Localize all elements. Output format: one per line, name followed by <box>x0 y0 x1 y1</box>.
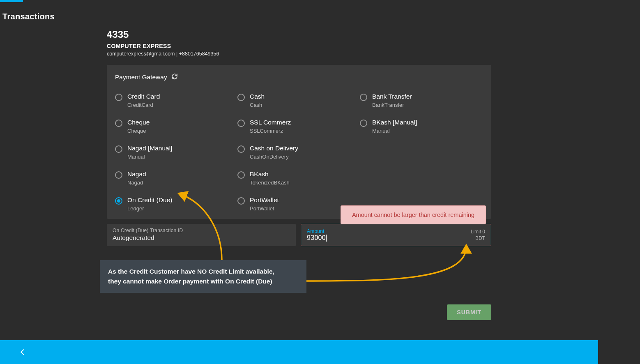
payment-option-label: PortWallet <box>250 196 279 204</box>
annotation-line-1: As the Credit Customer have NO Credit Li… <box>108 267 298 276</box>
radio-icon <box>237 171 245 179</box>
payment-option-label: Nagad <box>127 170 146 178</box>
payment-option[interactable]: Credit CardCreditCard <box>115 93 237 108</box>
annotation-line-2: they cannot make Order payment with On C… <box>108 276 298 286</box>
radio-icon <box>360 94 367 101</box>
payment-option[interactable]: Bank TransferBankTransfer <box>360 93 482 108</box>
payment-option-sublabel: Manual <box>372 128 417 134</box>
radio-icon <box>237 145 245 153</box>
payment-option-label: Cheque <box>127 119 150 126</box>
radio-icon <box>237 94 245 101</box>
annotation-callout: As the Credit Customer have NO Credit Li… <box>100 260 306 293</box>
payment-option-label: BKash <box>250 170 290 178</box>
amount-error-message: Amount cannot be larger than credit rema… <box>341 205 486 224</box>
payment-option-label: BKash [Manual] <box>372 119 417 126</box>
radio-icon <box>115 197 122 205</box>
radio-icon <box>115 94 122 101</box>
radio-icon <box>237 197 245 205</box>
customer-email: computerexpress@gmail.com <box>107 51 175 57</box>
payment-option-sublabel: CreditCard <box>127 102 160 108</box>
customer-id: 4335 <box>107 29 491 40</box>
panel-title: Payment Gateway <box>115 74 167 81</box>
payment-option[interactable]: BKashTokenizedBKash <box>237 170 360 186</box>
payment-option-label: Bank Transfer <box>372 93 412 100</box>
payment-option-sublabel: PortWallet <box>250 205 279 212</box>
payment-option-sublabel: Cash <box>250 102 265 108</box>
payment-option-sublabel: CashOnDelivery <box>250 154 298 160</box>
bottom-bar <box>0 340 598 364</box>
submit-row: SUBMIT <box>107 304 491 320</box>
customer-name: COMPUTER EXPRESS <box>107 43 491 49</box>
amount-limit-label: Limit 0 <box>471 229 485 235</box>
payment-option-label: Nagad [Manual] <box>127 145 172 152</box>
amount-limit-display: Limit 0 BDT <box>471 229 485 241</box>
payment-options-grid: Credit CardCreditCardChequeChequeNagad [… <box>115 93 483 212</box>
separator: | <box>176 51 179 57</box>
payment-option-sublabel: BankTransfer <box>372 102 412 108</box>
payment-option-sublabel: SSLCommerz <box>250 128 291 134</box>
fields-row: On Credit (Due) Transaction ID Autogener… <box>107 224 491 246</box>
refresh-icon[interactable] <box>171 73 178 81</box>
payment-option[interactable]: ChequeCheque <box>115 119 237 134</box>
amount-value: 93000 <box>307 234 326 242</box>
transaction-id-field: On Credit (Due) Transaction ID Autogener… <box>107 224 296 246</box>
page-title: Transactions <box>2 12 55 21</box>
payment-option[interactable]: Cash on DeliveryCashOnDelivery <box>237 145 360 160</box>
transaction-id-value: Autogenerated <box>113 234 290 242</box>
payment-option-sublabel: Nagad <box>127 180 146 186</box>
payment-option[interactable]: On Credit (Due)Ledger <box>115 196 237 212</box>
radio-icon <box>360 120 367 127</box>
chevron-left-icon <box>20 349 26 355</box>
payment-gateway-panel: Payment Gateway Credit CardCreditCardChe… <box>107 65 491 219</box>
payment-option-sublabel: Manual <box>127 154 172 160</box>
top-accent-strip <box>0 0 23 2</box>
radio-icon <box>115 171 122 179</box>
payment-option-sublabel: Ledger <box>127 205 172 212</box>
amount-currency: BDT <box>475 235 485 241</box>
panel-header: Payment Gateway <box>115 73 483 81</box>
transaction-id-label: On Credit (Due) Transaction ID <box>113 228 290 233</box>
payment-option-label: On Credit (Due) <box>127 196 172 204</box>
payment-option-label: Cash on Delivery <box>250 145 298 152</box>
radio-icon <box>115 145 122 153</box>
radio-icon <box>115 120 122 127</box>
submit-button[interactable]: SUBMIT <box>447 304 491 320</box>
amount-label: Amount <box>307 228 471 234</box>
payment-option-sublabel: TokenizedBKash <box>250 180 290 186</box>
amount-field[interactable]: Amount cannot be larger than credit rema… <box>301 224 491 246</box>
payment-option[interactable]: NagadNagad <box>115 170 237 186</box>
payment-option-label: SSL Commerz <box>250 119 291 126</box>
payment-option-sublabel: Cheque <box>127 128 150 134</box>
payment-option-label: Cash <box>250 93 265 100</box>
payment-option[interactable]: CashCash <box>237 93 360 108</box>
payment-option-label: Credit Card <box>127 93 160 100</box>
back-button[interactable] <box>0 340 46 364</box>
text-cursor <box>326 235 327 242</box>
payment-option[interactable]: Nagad [Manual]Manual <box>115 145 237 160</box>
payment-option[interactable]: BKash [Manual]Manual <box>360 119 482 134</box>
payment-option[interactable]: SSL CommerzSSLCommerz <box>237 119 360 134</box>
radio-icon <box>237 120 245 127</box>
customer-contact: computerexpress@gmail.com | +88017658493… <box>107 51 491 57</box>
customer-phone: +8801765849356 <box>179 51 219 57</box>
